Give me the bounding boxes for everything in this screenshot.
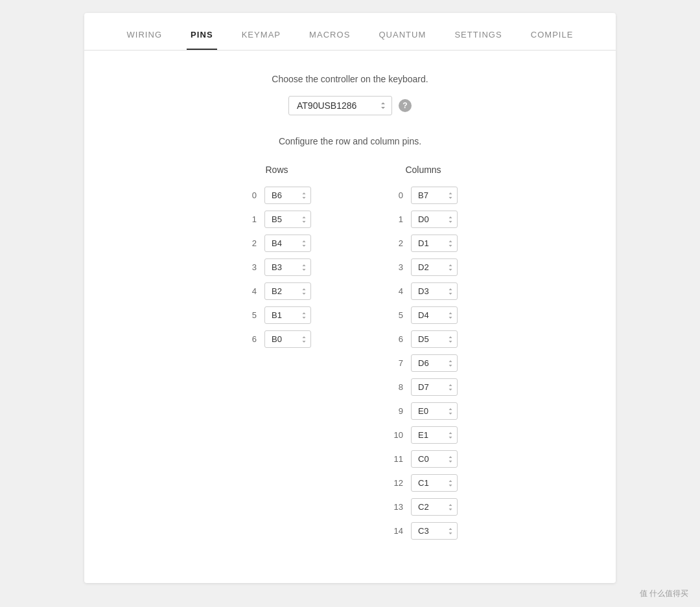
col-index-1: 1 (389, 214, 403, 224)
col-select-0[interactable]: B7 (411, 187, 458, 204)
col-index-9: 9 (389, 406, 403, 416)
col-pin-8: 8 D7 (389, 378, 458, 396)
col-select-11[interactable]: C0 (411, 450, 458, 468)
tab-compile[interactable]: COMPILE (527, 23, 578, 50)
row-select-4[interactable]: B2 (264, 282, 311, 300)
col-pin-13: 13 C2 (389, 498, 458, 516)
tab-wiring[interactable]: WIRING (122, 23, 166, 50)
col-select-5[interactable]: D4 (411, 306, 458, 324)
row-index-0: 0 (242, 190, 257, 200)
col-pin-10: 10 E1 (389, 426, 458, 444)
col-index-4: 4 (389, 286, 403, 296)
tab-macros[interactable]: MACROS (305, 23, 354, 50)
col-index-0: 0 (389, 190, 403, 200)
col-index-12: 12 (389, 478, 403, 488)
columns-group: Columns 0 B7 1 D0 2 D1 3 D2 4 (389, 165, 458, 546)
row-index-5: 5 (242, 310, 257, 320)
col-index-13: 13 (389, 502, 403, 512)
row-select-3[interactable]: B3 (264, 258, 311, 276)
row-select-2[interactable]: B4 (264, 235, 311, 252)
rows-group: Rows 0 B6 1 B5 2 B4 3 B3 4 (242, 165, 311, 354)
col-pin-0: 0 B7 (389, 187, 458, 204)
tab-settings[interactable]: SETTINGS (450, 23, 506, 50)
watermark: 值 什么值得买 (640, 588, 688, 599)
row-pin-2: 2 B4 (242, 235, 311, 252)
row-pin-4: 4 B2 (242, 282, 311, 300)
col-select-14[interactable]: C3 (411, 522, 458, 540)
col-index-7: 7 (389, 358, 403, 368)
col-pin-11: 11 C0 (389, 450, 458, 468)
col-select-4[interactable]: D3 (411, 282, 458, 300)
col-select-13[interactable]: C2 (411, 498, 458, 516)
row-pin-3: 3 B3 (242, 258, 311, 276)
col-index-3: 3 (389, 262, 403, 272)
col-index-10: 10 (389, 430, 403, 440)
row-pin-5: 5 B1 (242, 306, 311, 324)
col-pin-2: 2 D1 (389, 235, 458, 252)
col-index-5: 5 (389, 310, 403, 320)
row-pin-0: 0 B6 (242, 187, 311, 204)
tab-keymap[interactable]: KEYMAP (238, 23, 285, 50)
pins-area: Rows 0 B6 1 B5 2 B4 3 B3 4 (110, 165, 590, 546)
col-select-7[interactable]: D6 (411, 354, 458, 372)
col-index-14: 14 (389, 526, 403, 536)
col-pin-4: 4 D3 (389, 282, 458, 300)
controller-subtitle: Choose the controller on the keyboard. (272, 74, 428, 84)
controller-select[interactable]: AT90USB1286 AT90USB646 Pro Micro Teensy … (288, 96, 392, 115)
columns-title: Columns (405, 165, 441, 175)
col-index-8: 8 (389, 382, 403, 392)
controller-row: AT90USB1286 AT90USB646 Pro Micro Teensy … (288, 96, 412, 115)
col-select-2[interactable]: D1 (411, 235, 458, 252)
content-area: Choose the controller on the keyboard. A… (84, 51, 616, 572)
col-index-6: 6 (389, 334, 403, 344)
row-select-5[interactable]: B1 (264, 306, 311, 324)
main-card: WIRING PINS KEYMAP MACROS QUANTUM SETTIN… (84, 13, 616, 583)
configure-text: Configure the row and column pins. (279, 136, 421, 146)
col-select-6[interactable]: D5 (411, 330, 458, 348)
col-select-12[interactable]: C1 (411, 474, 458, 492)
nav-tabs: WIRING PINS KEYMAP MACROS QUANTUM SETTIN… (84, 13, 616, 51)
row-select-1[interactable]: B5 (264, 211, 311, 228)
col-select-1[interactable]: D0 (411, 211, 458, 228)
row-pin-1: 1 B5 (242, 211, 311, 228)
row-index-1: 1 (242, 214, 257, 224)
col-select-8[interactable]: D7 (411, 378, 458, 396)
col-index-2: 2 (389, 238, 403, 248)
col-index-11: 11 (389, 454, 403, 464)
help-icon[interactable]: ? (399, 99, 412, 112)
col-pin-3: 3 D2 (389, 258, 458, 276)
row-select-6[interactable]: B0 (264, 330, 311, 348)
col-select-10[interactable]: E1 (411, 426, 458, 444)
row-index-2: 2 (242, 238, 257, 248)
row-pin-6: 6 B0 (242, 330, 311, 348)
col-pin-9: 9 E0 (389, 402, 458, 420)
col-pin-12: 12 C1 (389, 474, 458, 492)
rows-title: Rows (265, 165, 288, 175)
col-select-9[interactable]: E0 (411, 402, 458, 420)
row-select-0[interactable]: B6 (264, 187, 311, 204)
col-pin-7: 7 D6 (389, 354, 458, 372)
col-select-3[interactable]: D2 (411, 258, 458, 276)
tab-pins[interactable]: PINS (187, 23, 217, 50)
row-index-3: 3 (242, 262, 257, 272)
col-pin-1: 1 D0 (389, 211, 458, 228)
row-index-6: 6 (242, 334, 257, 344)
row-index-4: 4 (242, 286, 257, 296)
col-pin-6: 6 D5 (389, 330, 458, 348)
col-pin-5: 5 D4 (389, 306, 458, 324)
col-pin-14: 14 C3 (389, 522, 458, 540)
tab-quantum[interactable]: QUANTUM (375, 23, 430, 50)
